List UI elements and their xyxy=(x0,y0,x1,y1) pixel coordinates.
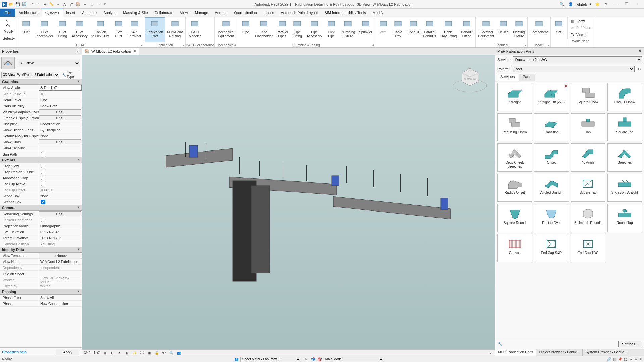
reveal-icon[interactable]: 🔍 xyxy=(169,350,174,356)
prop-cat-graphics[interactable]: Graphics xyxy=(0,79,82,85)
close-view-icon[interactable]: ✕ xyxy=(133,49,136,53)
detail-icon[interactable]: ▦ xyxy=(102,350,108,356)
fab-tab-parts[interactable]: Parts xyxy=(519,74,535,81)
tab-manage[interactable]: Manage xyxy=(192,9,212,17)
select-dropdown[interactable]: Select ▾ xyxy=(0,35,18,42)
save-icon[interactable]: 💾 xyxy=(15,1,21,7)
prop-value[interactable]: 20' 3 41/128" xyxy=(39,235,82,241)
part-breeches[interactable]: Breeches xyxy=(607,143,642,172)
close-icon[interactable]: ✕ xyxy=(633,1,641,8)
conduit-button[interactable]: Conduit xyxy=(406,17,421,46)
minimize-icon[interactable]: — xyxy=(612,1,620,8)
viewer[interactable]: 🖵Viewer xyxy=(569,32,593,38)
lighting-fixture-button[interactable]: LightingFixture xyxy=(511,17,527,42)
part-square-tee[interactable]: Square Tee xyxy=(607,113,642,141)
part-end-cap-tdc[interactable]: End Cap TDC xyxy=(571,234,605,262)
tab-systems[interactable]: Systems xyxy=(42,9,62,17)
tab-pointlayout[interactable]: Autodesk Point Layout xyxy=(277,9,321,17)
sync-icon[interactable]: 🔄 xyxy=(21,1,28,7)
part-transition[interactable]: Transition xyxy=(534,113,569,141)
user-icon[interactable]: 👤 xyxy=(568,1,574,7)
tab-system-browser[interactable]: System Browser - Fabric... xyxy=(583,349,630,356)
revit-icon[interactable]: R xyxy=(1,1,7,7)
p-id-modeler-button[interactable]: P&IDModeler xyxy=(186,17,203,42)
undo-icon[interactable]: ↶ xyxy=(28,1,34,7)
unlock-icon[interactable]: 🔓 xyxy=(154,350,159,356)
modify-button[interactable]: Modify xyxy=(0,17,18,35)
view-tab-active[interactable]: 🏠 W-MDuct-L2 Fabrication ✕ xyxy=(82,48,139,55)
part-end-cap-s-d[interactable]: End Cap S&D xyxy=(534,234,569,262)
prop-value[interactable]: Edit... xyxy=(39,211,81,216)
wire-button[interactable]: Wire xyxy=(376,17,391,46)
pipe-fitting-button[interactable]: PipeFitting xyxy=(290,17,305,42)
part-tap[interactable]: Tap xyxy=(571,113,605,141)
type-dropdown[interactable]: 3D View xyxy=(17,59,80,67)
duct-accessory-button[interactable]: DuctAccessory xyxy=(70,17,89,42)
sun-icon[interactable]: ☀ xyxy=(117,350,122,356)
tab-quantification[interactable]: Quantification xyxy=(231,9,260,17)
service-dropdown[interactable]: Ductwork: +2in WG xyxy=(513,56,642,63)
file-tab[interactable]: File xyxy=(0,9,15,17)
flex-duct-button[interactable]: FlexDuct xyxy=(111,17,126,42)
palette-dropdown[interactable]: Rect xyxy=(512,66,635,72)
view-scale[interactable]: 3/4" = 1'-0" xyxy=(84,351,100,355)
component-button[interactable]: Component xyxy=(528,17,550,42)
fabrication-part-button[interactable]: FabricationPart xyxy=(145,17,165,42)
editable-only-icon[interactable]: ✎ xyxy=(303,357,308,362)
settings-button[interactable]: Settings... xyxy=(618,341,642,347)
duct-fitting-button[interactable]: DuctFitting xyxy=(55,17,70,42)
favorites-icon[interactable]: ⭐ xyxy=(594,1,600,7)
prop-value[interactable]: Edit... xyxy=(39,109,81,114)
filter-icon[interactable]: ▽ xyxy=(633,357,639,362)
part-shoes-on-straight[interactable]: Shoes on Straight xyxy=(607,174,642,202)
print-icon[interactable]: 🖨 xyxy=(42,1,48,7)
mechanical-equipment-button[interactable]: MechanicalEquipment xyxy=(215,17,236,42)
parallel-pipes-button[interactable]: ParallelPipes xyxy=(275,17,290,42)
prop-value[interactable]: Edit... xyxy=(39,139,81,144)
close-properties-icon[interactable]: ✕ xyxy=(76,49,79,54)
prop-value[interactable]: 3/4" = 1'-0" xyxy=(39,85,82,90)
tab-view[interactable]: View xyxy=(177,9,192,17)
main-model-icon[interactable]: 🎯 xyxy=(318,357,322,361)
pipe-button[interactable]: Pipe xyxy=(238,17,253,42)
select-face-icon[interactable]: ▢ xyxy=(623,357,628,362)
tab-massing[interactable]: Massing & Site xyxy=(120,9,151,17)
palette-config-icon[interactable]: ⚙ xyxy=(637,66,642,72)
part-drop-cheek-breeches[interactable]: Drop Cheek Breeches xyxy=(497,143,532,172)
default-view-icon[interactable]: 🏠 xyxy=(75,1,81,7)
measure-icon[interactable]: 📏 xyxy=(48,1,54,7)
prop-value[interactable]: <None> xyxy=(39,253,81,258)
part-angled-branch[interactable]: Angled Branch xyxy=(534,174,569,202)
crop-vis-icon[interactable]: ▣ xyxy=(147,350,152,356)
part-reducing-elbow[interactable]: Reducing Elbow xyxy=(497,113,532,141)
ref-plane[interactable]: ▱Ref Plane xyxy=(569,25,593,31)
show-workplane[interactable]: ▦Show xyxy=(569,18,593,24)
prop-value[interactable]: Show Both xyxy=(39,103,82,109)
drag-icon[interactable]: ↔ xyxy=(628,357,633,362)
sprinkler-button[interactable]: Sprinkler xyxy=(357,17,374,42)
edit-type-button[interactable]: 🔧Edit Type xyxy=(61,71,80,79)
viewcube[interactable]: FRONT RIGHT TOP xyxy=(451,62,488,99)
qat-dropdown-icon[interactable]: ▾ xyxy=(102,1,108,7)
parallel-conduits-button[interactable]: ParallelConduits xyxy=(421,17,438,46)
shadows-icon[interactable]: ◗ xyxy=(124,350,130,356)
worksharing-icon[interactable]: 👥 xyxy=(176,350,181,356)
prop-value[interactable] xyxy=(39,145,82,151)
part-bellmouth-round1[interactable]: Bellmouth Round1 xyxy=(571,204,605,232)
prop-value[interactable]: 62' 6 45/64" xyxy=(39,229,82,235)
tab-addins[interactable]: Add-Ins xyxy=(211,9,231,17)
duct-placeholder-button[interactable]: DuctPlaceholder xyxy=(34,17,55,42)
part-square-tap[interactable]: Square Tap xyxy=(571,174,605,202)
flex-pipe-button[interactable]: FlexPipe xyxy=(324,17,339,42)
select-underlay-icon[interactable]: ▤ xyxy=(612,357,617,362)
tab-issues[interactable]: Issues xyxy=(260,9,278,17)
set-button[interactable]: Set xyxy=(551,17,566,46)
part-square-elbow[interactable]: Square Elbow xyxy=(571,83,605,111)
scroll-right-icon[interactable]: ▸ xyxy=(488,350,493,356)
tab-architecture[interactable]: Architecture xyxy=(15,9,42,17)
dimension-icon[interactable]: ↔ xyxy=(55,1,61,7)
part-straight-cut-2xl-[interactable]: ✕Straight Cut (2xL) xyxy=(534,83,569,111)
render-icon[interactable]: ✨ xyxy=(132,350,137,356)
tab-analyze[interactable]: Analyze xyxy=(100,9,120,17)
prop-value[interactable] xyxy=(39,169,82,175)
